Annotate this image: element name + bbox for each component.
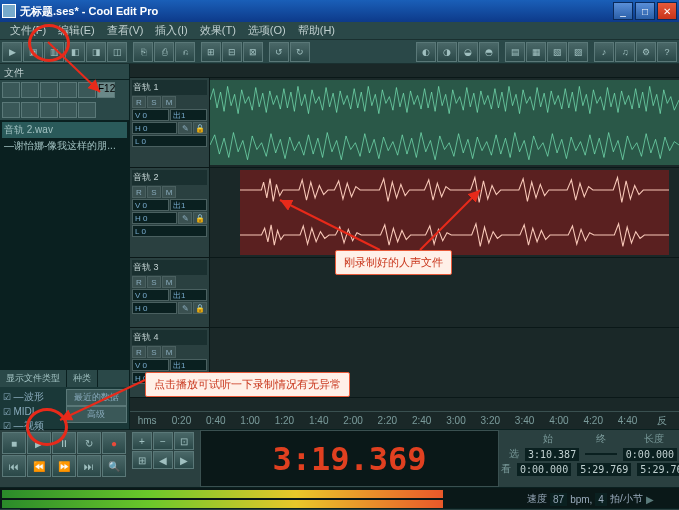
minimize-button[interactable]: _ [613, 2, 633, 20]
toolbar-btn[interactable]: ▨ [568, 42, 588, 62]
close-button[interactable]: ✕ [657, 2, 677, 20]
toolbar-btn[interactable]: ▦ [526, 42, 546, 62]
zoom-left-btn[interactable]: ◀ [153, 451, 173, 469]
track-name[interactable]: 音轨 4 [132, 330, 207, 345]
toolbar-btn[interactable]: ♫ [615, 42, 635, 62]
tempo-bpm[interactable]: 87 [550, 493, 567, 506]
menu-edit[interactable]: 编辑(E) [52, 23, 101, 38]
tempo-beat[interactable]: 4 [595, 493, 607, 506]
toolbar-btn[interactable]: ▤ [505, 42, 525, 62]
track-l[interactable]: L 0 [132, 225, 207, 237]
track-mute-btn[interactable]: M [162, 186, 176, 198]
toolbar-btn[interactable]: ⚙ [636, 42, 656, 62]
rew-button[interactable]: ⏪ [27, 455, 51, 477]
play-button[interactable]: ▶ [27, 432, 51, 454]
zoom-in-btn[interactable]: + [132, 432, 152, 450]
track-lock-btn[interactable]: 🔒 [193, 122, 207, 134]
toolbar-btn[interactable]: ▶ [2, 42, 22, 62]
track-h[interactable]: H 0 [132, 212, 177, 224]
menu-insert[interactable]: 插入(I) [149, 23, 193, 38]
maximize-button[interactable]: □ [635, 2, 655, 20]
file-tool-btn[interactable] [2, 82, 20, 98]
track-solo-btn[interactable]: S [147, 96, 161, 108]
zoom-right-btn[interactable]: ▶ [174, 451, 194, 469]
track-vol[interactable]: V 0 [132, 199, 169, 211]
track-solo-btn[interactable]: S [147, 186, 161, 198]
track-h[interactable]: H 0 [132, 302, 177, 314]
track-out[interactable]: 出1 [170, 289, 207, 301]
track-vol[interactable]: V 0 [132, 109, 169, 121]
menu-file[interactable]: 文件(F) [4, 23, 52, 38]
sel-end[interactable] [585, 453, 617, 455]
view-end[interactable]: 5:29.769 [577, 463, 631, 476]
menu-effects[interactable]: 效果(T) [194, 23, 242, 38]
track-waveform[interactable] [210, 168, 679, 257]
track-rec-btn[interactable]: R [132, 346, 146, 358]
toolbar-btn[interactable]: ? [657, 42, 677, 62]
file-tool-btn[interactable] [59, 102, 77, 118]
track-mute-btn[interactable]: M [162, 96, 176, 108]
toolbar-btn[interactable]: ⎘ [133, 42, 153, 62]
zoom-all-btn[interactable]: ⊞ [132, 451, 152, 469]
toolbar-btn[interactable]: ◨ [86, 42, 106, 62]
sel-len[interactable]: 0:00.000 [623, 448, 677, 461]
toolbar-btn[interactable]: ⊟ [222, 42, 242, 62]
rewind-button[interactable]: ⏮ [2, 455, 26, 477]
recent-btn[interactable]: 最近的数据 [66, 389, 128, 406]
toolbar-btn[interactable]: ♪ [594, 42, 614, 62]
track-out[interactable]: 出1 [170, 199, 207, 211]
track-name[interactable]: 音轨 3 [132, 260, 207, 275]
toolbar-btn[interactable]: ⊞ [201, 42, 221, 62]
toolbar-btn[interactable]: ⊠ [243, 42, 263, 62]
file-item[interactable]: 音轨 2.wav [2, 122, 127, 138]
track-name[interactable]: 音轨 1 [132, 80, 207, 95]
toolbar-btn[interactable]: ◫ [107, 42, 127, 62]
toolbar-btn[interactable]: ▧ [547, 42, 567, 62]
timeline-ruler[interactable]: hms0:200:401:001:201:402:002:202:403:003… [130, 411, 679, 429]
file-tool-btn[interactable] [21, 82, 39, 98]
play-loop-button[interactable]: ↻ [77, 432, 101, 454]
toolbar-btn[interactable]: ↻ [290, 42, 310, 62]
track-h[interactable]: H 0 [132, 122, 177, 134]
toolbar-btn[interactable]: ◓ [479, 42, 499, 62]
track-rec-btn[interactable]: R [132, 96, 146, 108]
track-waveform[interactable] [210, 78, 679, 167]
file-tool-btn[interactable] [59, 82, 77, 98]
file-item[interactable]: —谢怡娜-像我这样的朋... [2, 138, 127, 154]
track-out[interactable]: 出1 [170, 109, 207, 121]
end-button[interactable]: ⏭ [77, 455, 101, 477]
ffwd-button[interactable]: ⏩ [52, 455, 76, 477]
files-tab[interactable]: 种类 [67, 370, 98, 387]
filter-opt[interactable]: ☑ —波形 [2, 389, 64, 405]
track-vol[interactable]: V 0 [132, 359, 169, 371]
toolbar-btn[interactable]: ◐ [416, 42, 436, 62]
zoom-btn[interactable]: 🔍 [102, 455, 126, 477]
track-lock-btn[interactable]: 🔒 [193, 302, 207, 314]
toolbar-btn[interactable]: ◧ [65, 42, 85, 62]
toolbar-btn[interactable]: ▣ [23, 42, 43, 62]
toolbar-btn[interactable]: ⎌ [175, 42, 195, 62]
track-l[interactable]: L 0 [132, 135, 207, 147]
track-lock-btn[interactable]: 🔒 [193, 212, 207, 224]
track-mute-btn[interactable]: M [162, 276, 176, 288]
track-rec-btn[interactable]: R [132, 186, 146, 198]
track-out[interactable]: 出1 [170, 359, 207, 371]
file-tool-btn[interactable] [2, 102, 20, 118]
file-list[interactable]: 音轨 2.wav —谢怡娜-像我这样的朋... [0, 120, 129, 369]
menu-help[interactable]: 帮助(H) [292, 23, 341, 38]
view-begin[interactable]: 0:00.000 [517, 463, 571, 476]
track-name[interactable]: 音轨 2 [132, 170, 207, 185]
toolbar-btn[interactable]: ▥ [44, 42, 64, 62]
track-fx-btn[interactable]: ✎ [178, 212, 192, 224]
file-tool-btn[interactable]: F12 [97, 82, 115, 98]
file-tool-btn[interactable] [78, 102, 96, 118]
toolbar-btn[interactable]: ◑ [437, 42, 457, 62]
track-vol[interactable]: V 0 [132, 289, 169, 301]
toolbar-btn[interactable]: ⎙ [154, 42, 174, 62]
file-tool-btn[interactable] [40, 82, 58, 98]
file-tool-btn[interactable] [78, 82, 96, 98]
view-len[interactable]: 5:29.769 [637, 463, 679, 476]
pause-button[interactable]: ⏸ [52, 432, 76, 454]
file-tool-btn[interactable] [21, 102, 39, 118]
record-button[interactable]: ● [102, 432, 126, 454]
